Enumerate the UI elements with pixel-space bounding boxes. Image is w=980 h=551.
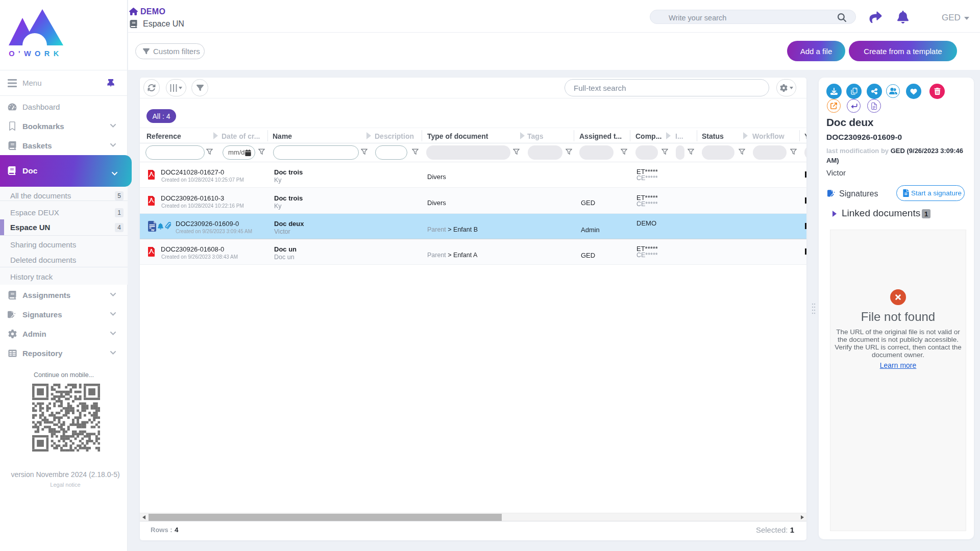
svg-text:w: w	[151, 228, 155, 232]
svg-text:O'WORK: O'WORK	[9, 49, 63, 58]
